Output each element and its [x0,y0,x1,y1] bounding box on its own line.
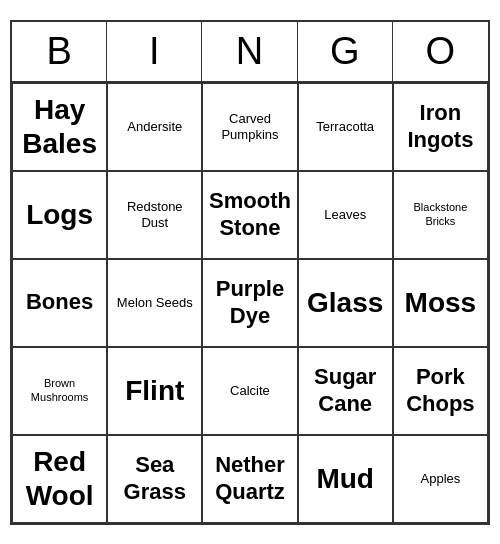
cell-text: Pork Chops [398,364,483,417]
cell-text: Glass [307,286,383,320]
cell-text: Melon Seeds [117,295,193,311]
cell-r4-c1: Sea Grass [107,435,202,523]
cell-r1-c1: Redstone Dust [107,171,202,259]
bingo-grid: Hay BalesAndersiteCarved PumpkinsTerraco… [12,83,488,523]
cell-r4-c3: Mud [298,435,393,523]
cell-r0-c0: Hay Bales [12,83,107,171]
bingo-card: BINGO Hay BalesAndersiteCarved PumpkinsT… [10,20,490,525]
cell-text: Bones [26,289,93,315]
cell-text: Nether Quartz [207,452,292,505]
cell-text: Sugar Cane [303,364,388,417]
bingo-letter-n: N [202,22,297,81]
bingo-letter-g: G [298,22,393,81]
cell-r1-c2: Smooth Stone [202,171,297,259]
cell-text: Apples [421,471,461,487]
cell-r4-c4: Apples [393,435,488,523]
cell-text: Logs [26,198,93,232]
cell-text: Brown Mushrooms [17,377,102,403]
cell-r1-c3: Leaves [298,171,393,259]
cell-r2-c4: Moss [393,259,488,347]
cell-r3-c4: Pork Chops [393,347,488,435]
cell-text: Carved Pumpkins [207,111,292,142]
cell-r2-c0: Bones [12,259,107,347]
cell-r0-c1: Andersite [107,83,202,171]
cell-text: Leaves [324,207,366,223]
cell-r3-c0: Brown Mushrooms [12,347,107,435]
cell-r3-c1: Flint [107,347,202,435]
bingo-header: BINGO [12,22,488,83]
cell-r4-c0: Red Wool [12,435,107,523]
cell-r2-c1: Melon Seeds [107,259,202,347]
cell-text: Blackstone Bricks [398,201,483,227]
cell-r2-c3: Glass [298,259,393,347]
cell-r3-c3: Sugar Cane [298,347,393,435]
cell-text: Hay Bales [17,93,102,160]
bingo-letter-b: B [12,22,107,81]
cell-r1-c4: Blackstone Bricks [393,171,488,259]
cell-text: Calcite [230,383,270,399]
cell-text: Smooth Stone [207,188,292,241]
cell-r4-c2: Nether Quartz [202,435,297,523]
cell-r2-c2: Purple Dye [202,259,297,347]
cell-text: Andersite [127,119,182,135]
cell-r0-c3: Terracotta [298,83,393,171]
cell-r0-c4: Iron Ingots [393,83,488,171]
cell-text: Red Wool [17,445,102,512]
bingo-letter-o: O [393,22,488,81]
cell-text: Flint [125,374,184,408]
cell-text: Purple Dye [207,276,292,329]
cell-text: Terracotta [316,119,374,135]
cell-text: Sea Grass [112,452,197,505]
cell-r0-c2: Carved Pumpkins [202,83,297,171]
cell-text: Redstone Dust [112,199,197,230]
cell-text: Moss [405,286,477,320]
cell-text: Iron Ingots [398,100,483,153]
cell-r3-c2: Calcite [202,347,297,435]
cell-text: Mud [316,462,374,496]
cell-r1-c0: Logs [12,171,107,259]
bingo-letter-i: I [107,22,202,81]
